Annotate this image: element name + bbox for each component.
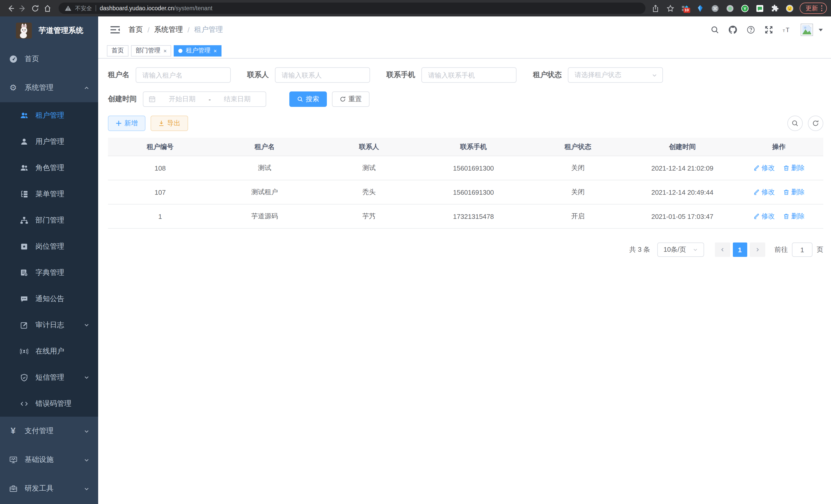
tab-dept[interactable]: 部门管理 × bbox=[131, 45, 171, 56]
sidebar-item-label: 字典管理 bbox=[35, 268, 64, 277]
share-icon[interactable] bbox=[650, 3, 661, 13]
col-mobile: 联系手机 bbox=[421, 142, 525, 151]
help-icon[interactable] bbox=[747, 26, 755, 34]
app-logo[interactable]: 芋道管理系统 bbox=[0, 17, 98, 45]
sidebar-item-dict[interactable]: 字典管理 bbox=[0, 260, 98, 286]
browser-toolbar: 不安全 dashboard.yudao.iocoder.cn/system/te… bbox=[0, 0, 831, 17]
chevron-down-icon bbox=[84, 486, 89, 492]
reload-icon[interactable] bbox=[29, 2, 41, 14]
extension-tag-manager-icon[interactable]: 10 bbox=[680, 3, 690, 13]
breadcrumb-system[interactable]: 系统管理 bbox=[154, 25, 183, 34]
delete-link[interactable]: 删除 bbox=[783, 187, 805, 197]
sidebar-item-user[interactable]: 用户管理 bbox=[0, 128, 98, 155]
date-range-picker[interactable]: 开始日期 - 结束日期 bbox=[143, 91, 266, 107]
chevron-down-icon bbox=[84, 322, 89, 328]
fullscreen-icon[interactable] bbox=[765, 26, 773, 34]
edit-icon bbox=[753, 213, 759, 219]
reset-button[interactable]: 重置 bbox=[332, 91, 370, 107]
home-icon[interactable] bbox=[41, 2, 53, 14]
next-page-button[interactable] bbox=[749, 242, 765, 257]
edit-link[interactable]: 修改 bbox=[753, 212, 775, 221]
url-host: dashboard.yudao.iocoder.cn bbox=[100, 5, 174, 11]
app-title: 芋道管理系统 bbox=[38, 26, 83, 35]
extension-y-icon[interactable]: Y bbox=[740, 3, 750, 13]
breadcrumb-home[interactable]: 首页 bbox=[128, 25, 143, 34]
font-size-icon[interactable]: TT bbox=[783, 26, 791, 34]
sidebar-item-error-code[interactable]: 错误码管理 bbox=[0, 390, 98, 417]
sidebar-item-dev-tools[interactable]: 研发工具 bbox=[0, 474, 98, 503]
cell-mobile: 15601691300 bbox=[421, 164, 525, 172]
sidebar-item-tenant[interactable]: 租户管理 bbox=[0, 102, 98, 128]
user-avatar[interactable] bbox=[801, 24, 813, 36]
status-select[interactable]: 请选择租户状态 bbox=[568, 67, 663, 83]
security-label[interactable]: 不安全 bbox=[75, 4, 92, 12]
tab-home[interactable]: 首页 bbox=[107, 45, 128, 56]
table-search-toggle-button[interactable] bbox=[787, 116, 803, 131]
search-icon bbox=[297, 96, 303, 102]
top-navbar: 首页 / 系统管理 / 租户管理 bbox=[98, 17, 831, 43]
table-row: 1 芋道源码 芋艿 17321315478 开启 2021-01-05 17:0… bbox=[108, 205, 823, 229]
sidebar-item-role[interactable]: 角色管理 bbox=[0, 155, 98, 181]
page-number-1[interactable]: 1 bbox=[733, 242, 747, 257]
goto-page-input[interactable] bbox=[792, 242, 812, 257]
profile-avatar-icon[interactable] bbox=[784, 3, 795, 13]
tag-view-bar: 首页 部门管理 × 租户管理 × bbox=[98, 43, 831, 59]
avatar-caret-icon[interactable] bbox=[819, 29, 823, 31]
extension-green-dot-icon[interactable] bbox=[725, 3, 735, 13]
org-chart-icon bbox=[20, 216, 28, 225]
contact-input[interactable] bbox=[275, 67, 370, 83]
back-icon[interactable] bbox=[4, 2, 17, 14]
extension-kite-icon[interactable] bbox=[695, 3, 705, 13]
chrome-update-button[interactable]: 更新 bbox=[799, 3, 827, 14]
sidebar-item-menu[interactable]: 菜单管理 bbox=[0, 181, 98, 207]
sidebar-item-online-user[interactable]: 在线用户 bbox=[0, 338, 98, 364]
bookmark-star-icon[interactable] bbox=[665, 3, 676, 13]
search-button[interactable]: 搜索 bbox=[289, 91, 327, 107]
header-search-icon[interactable] bbox=[711, 26, 719, 34]
chevron-down-icon bbox=[652, 72, 657, 78]
github-icon[interactable] bbox=[729, 26, 737, 34]
address-bar[interactable]: 不安全 dashboard.yudao.iocoder.cn/system/te… bbox=[59, 3, 645, 14]
extension-chat-icon[interactable] bbox=[755, 3, 765, 13]
delete-link[interactable]: 删除 bbox=[783, 212, 805, 221]
sidebar-item-notice[interactable]: 通知公告 bbox=[0, 286, 98, 312]
tab-tenant[interactable]: 租户管理 × bbox=[174, 45, 222, 56]
chevron-down-icon bbox=[84, 375, 89, 380]
edit-link[interactable]: 修改 bbox=[753, 187, 775, 197]
delete-link[interactable]: 删除 bbox=[783, 164, 805, 173]
table-refresh-button[interactable] bbox=[808, 116, 823, 131]
export-button[interactable]: 导出 bbox=[150, 116, 188, 131]
edit-link[interactable]: 修改 bbox=[753, 164, 775, 173]
browser-menu-icon[interactable] bbox=[821, 5, 822, 11]
contact-label: 联系人 bbox=[247, 70, 269, 80]
mobile-input[interactable] bbox=[422, 67, 516, 83]
extensions-puzzle-icon[interactable] bbox=[770, 3, 780, 13]
chevron-down-icon bbox=[693, 247, 698, 252]
chevron-left-icon bbox=[720, 247, 725, 252]
tenant-name-input[interactable] bbox=[136, 67, 231, 83]
close-icon[interactable]: × bbox=[213, 48, 217, 54]
sidebar-item-infrastructure[interactable]: 基础设施 bbox=[0, 445, 98, 474]
sidebar-fold-icon[interactable] bbox=[111, 26, 120, 34]
forward-icon[interactable] bbox=[17, 2, 29, 14]
sidebar-item-payment[interactable]: ¥ 支付管理 bbox=[0, 417, 98, 445]
sidebar-item-dept[interactable]: 部门管理 bbox=[0, 207, 98, 233]
page-size-select[interactable]: 10条/页 bbox=[657, 242, 704, 257]
add-button[interactable]: 新增 bbox=[108, 116, 145, 131]
extension-command-icon[interactable]: ⌘ bbox=[710, 3, 720, 13]
sidebar-item-system[interactable]: ⚙ 系统管理 bbox=[0, 73, 98, 102]
close-icon[interactable]: × bbox=[164, 48, 167, 54]
sidebar-item-sms[interactable]: 短信管理 bbox=[0, 364, 98, 390]
cell-status: 关闭 bbox=[526, 187, 630, 197]
tab-label: 租户管理 bbox=[186, 46, 210, 55]
trash-icon bbox=[783, 165, 789, 171]
sidebar-item-home[interactable]: 首页 bbox=[0, 45, 98, 73]
screen: 不安全 dashboard.yudao.iocoder.cn/system/te… bbox=[0, 0, 831, 504]
prev-page-button[interactable] bbox=[715, 242, 730, 257]
sidebar-item-label: 租户管理 bbox=[35, 111, 64, 120]
table-row: 108 测试 测试 15601691300 关闭 2021-12-14 21:0… bbox=[108, 156, 823, 180]
sidebar-item-post[interactable]: 岗位管理 bbox=[0, 233, 98, 260]
col-tenant-id: 租户编号 bbox=[108, 142, 212, 151]
cell-contact: 秃头 bbox=[317, 187, 421, 197]
sidebar-item-audit-log[interactable]: 审计日志 bbox=[0, 312, 98, 338]
